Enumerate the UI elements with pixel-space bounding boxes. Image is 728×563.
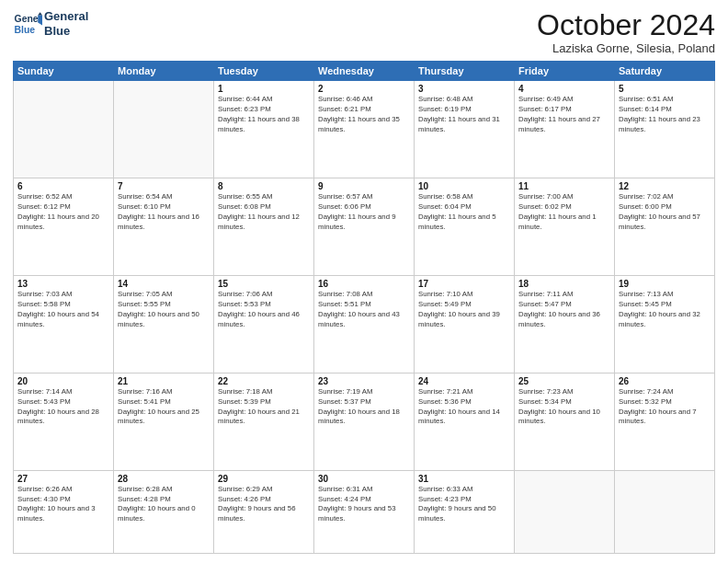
day-number: 30 — [318, 474, 410, 484]
day-info: Sunrise: 7:14 AM Sunset: 5:43 PM Dayligh… — [17, 387, 109, 428]
day-info: Sunrise: 7:10 AM Sunset: 5:49 PM Dayligh… — [418, 290, 510, 330]
col-friday: Friday — [515, 62, 615, 81]
calendar-cell — [515, 470, 615, 553]
day-number: 24 — [418, 376, 510, 386]
calendar-cell — [14, 81, 114, 178]
day-info: Sunrise: 7:02 AM Sunset: 6:00 PM Dayligh… — [619, 192, 711, 233]
title-block: October 2024 Laziska Gorne, Silesia, Pol… — [537, 9, 715, 55]
col-thursday: Thursday — [415, 62, 515, 81]
day-number: 13 — [17, 279, 109, 289]
calendar-cell: 6Sunrise: 6:52 AM Sunset: 6:12 PM Daylig… — [14, 178, 114, 276]
day-number: 3 — [418, 84, 510, 94]
day-info: Sunrise: 6:52 AM Sunset: 6:12 PM Dayligh… — [17, 192, 109, 233]
col-sunday: Sunday — [14, 62, 114, 81]
col-wednesday: Wednesday — [314, 62, 415, 81]
calendar-cell: 26Sunrise: 7:24 AM Sunset: 5:32 PM Dayli… — [615, 373, 715, 470]
day-number: 12 — [619, 181, 711, 191]
day-number: 19 — [619, 279, 711, 289]
day-info: Sunrise: 7:08 AM Sunset: 5:51 PM Dayligh… — [318, 290, 410, 330]
day-number: 15 — [218, 279, 310, 289]
svg-text:Blue: Blue — [15, 25, 36, 35]
col-saturday: Saturday — [615, 62, 715, 81]
day-info: Sunrise: 6:26 AM Sunset: 4:30 PM Dayligh… — [17, 485, 109, 525]
calendar-cell: 14Sunrise: 7:05 AM Sunset: 5:55 PM Dayli… — [114, 275, 214, 373]
calendar-cell: 25Sunrise: 7:23 AM Sunset: 5:34 PM Dayli… — [515, 373, 615, 470]
day-info: Sunrise: 6:28 AM Sunset: 4:28 PM Dayligh… — [118, 485, 210, 525]
month-title: October 2024 — [537, 9, 715, 41]
day-info: Sunrise: 7:19 AM Sunset: 5:37 PM Dayligh… — [318, 387, 410, 428]
calendar-week-3: 13Sunrise: 7:03 AM Sunset: 5:58 PM Dayli… — [14, 275, 715, 373]
day-info: Sunrise: 7:24 AM Sunset: 5:32 PM Dayligh… — [619, 387, 711, 428]
day-number: 27 — [17, 474, 109, 484]
day-info: Sunrise: 6:33 AM Sunset: 4:23 PM Dayligh… — [418, 485, 510, 525]
day-info: Sunrise: 7:00 AM Sunset: 6:02 PM Dayligh… — [518, 192, 610, 233]
day-number: 16 — [318, 279, 410, 289]
day-number: 14 — [118, 279, 210, 289]
col-tuesday: Tuesday — [214, 62, 314, 81]
day-info: Sunrise: 6:51 AM Sunset: 6:14 PM Dayligh… — [619, 95, 711, 135]
calendar-cell — [615, 470, 715, 553]
calendar-cell: 13Sunrise: 7:03 AM Sunset: 5:58 PM Dayli… — [14, 275, 114, 373]
day-number: 25 — [518, 376, 610, 386]
day-info: Sunrise: 6:46 AM Sunset: 6:21 PM Dayligh… — [318, 95, 410, 135]
calendar-cell: 19Sunrise: 7:13 AM Sunset: 5:45 PM Dayli… — [615, 275, 715, 373]
calendar-cell: 7Sunrise: 6:54 AM Sunset: 6:10 PM Daylig… — [114, 178, 214, 276]
calendar-header: Sunday Monday Tuesday Wednesday Thursday… — [14, 62, 715, 81]
day-info: Sunrise: 6:58 AM Sunset: 6:04 PM Dayligh… — [418, 192, 510, 233]
day-info: Sunrise: 7:05 AM Sunset: 5:55 PM Dayligh… — [118, 290, 210, 330]
day-number: 9 — [318, 181, 410, 191]
day-number: 17 — [418, 279, 510, 289]
calendar-cell: 9Sunrise: 6:57 AM Sunset: 6:06 PM Daylig… — [314, 178, 415, 276]
day-number: 6 — [17, 181, 109, 191]
logo-icon: General Blue — [13, 9, 42, 39]
calendar-cell: 31Sunrise: 6:33 AM Sunset: 4:23 PM Dayli… — [415, 470, 515, 553]
day-info: Sunrise: 7:21 AM Sunset: 5:36 PM Dayligh… — [418, 387, 510, 428]
day-info: Sunrise: 7:18 AM Sunset: 5:39 PM Dayligh… — [218, 387, 310, 428]
day-number: 23 — [318, 376, 410, 386]
calendar-cell: 15Sunrise: 7:06 AM Sunset: 5:53 PM Dayli… — [214, 275, 314, 373]
day-info: Sunrise: 6:55 AM Sunset: 6:08 PM Dayligh… — [218, 192, 310, 233]
calendar-cell: 21Sunrise: 7:16 AM Sunset: 5:41 PM Dayli… — [114, 373, 214, 470]
day-number: 22 — [218, 376, 310, 386]
day-info: Sunrise: 6:31 AM Sunset: 4:24 PM Dayligh… — [318, 485, 410, 525]
calendar-cell: 4Sunrise: 6:49 AM Sunset: 6:17 PM Daylig… — [515, 81, 615, 178]
calendar-week-4: 20Sunrise: 7:14 AM Sunset: 5:43 PM Dayli… — [14, 373, 715, 470]
calendar-cell — [114, 81, 214, 178]
day-info: Sunrise: 7:06 AM Sunset: 5:53 PM Dayligh… — [218, 290, 310, 330]
day-info: Sunrise: 6:54 AM Sunset: 6:10 PM Dayligh… — [118, 192, 210, 233]
header-row: Sunday Monday Tuesday Wednesday Thursday… — [14, 62, 715, 81]
day-number: 7 — [118, 181, 210, 191]
calendar-cell: 30Sunrise: 6:31 AM Sunset: 4:24 PM Dayli… — [314, 470, 415, 553]
calendar-cell: 12Sunrise: 7:02 AM Sunset: 6:00 PM Dayli… — [615, 178, 715, 276]
calendar-cell: 11Sunrise: 7:00 AM Sunset: 6:02 PM Dayli… — [515, 178, 615, 276]
day-number: 4 — [518, 84, 610, 94]
logo-text: General Blue — [44, 9, 88, 38]
day-number: 26 — [619, 376, 711, 386]
calendar-cell: 29Sunrise: 6:29 AM Sunset: 4:26 PM Dayli… — [214, 470, 314, 553]
day-number: 10 — [418, 181, 510, 191]
day-info: Sunrise: 6:29 AM Sunset: 4:26 PM Dayligh… — [218, 485, 310, 525]
calendar-cell: 5Sunrise: 6:51 AM Sunset: 6:14 PM Daylig… — [615, 81, 715, 178]
day-info: Sunrise: 7:13 AM Sunset: 5:45 PM Dayligh… — [619, 290, 711, 330]
calendar-cell: 22Sunrise: 7:18 AM Sunset: 5:39 PM Dayli… — [214, 373, 314, 470]
logo-line1: General — [44, 9, 88, 24]
day-info: Sunrise: 7:16 AM Sunset: 5:41 PM Dayligh… — [118, 387, 210, 428]
header: General Blue General Blue October 2024 L… — [13, 9, 715, 55]
calendar-cell: 16Sunrise: 7:08 AM Sunset: 5:51 PM Dayli… — [314, 275, 415, 373]
day-info: Sunrise: 6:57 AM Sunset: 6:06 PM Dayligh… — [318, 192, 410, 233]
day-number: 18 — [518, 279, 610, 289]
day-info: Sunrise: 7:03 AM Sunset: 5:58 PM Dayligh… — [17, 290, 109, 330]
calendar-week-5: 27Sunrise: 6:26 AM Sunset: 4:30 PM Dayli… — [14, 470, 715, 553]
logo-line2: Blue — [44, 24, 88, 39]
day-number: 1 — [218, 84, 310, 94]
calendar-cell: 28Sunrise: 6:28 AM Sunset: 4:28 PM Dayli… — [114, 470, 214, 553]
page: General Blue General Blue October 2024 L… — [0, 0, 728, 563]
day-info: Sunrise: 7:23 AM Sunset: 5:34 PM Dayligh… — [518, 387, 610, 428]
calendar-cell: 20Sunrise: 7:14 AM Sunset: 5:43 PM Dayli… — [14, 373, 114, 470]
calendar-cell: 24Sunrise: 7:21 AM Sunset: 5:36 PM Dayli… — [415, 373, 515, 470]
day-number: 8 — [218, 181, 310, 191]
calendar-cell: 8Sunrise: 6:55 AM Sunset: 6:08 PM Daylig… — [214, 178, 314, 276]
calendar-cell: 3Sunrise: 6:48 AM Sunset: 6:19 PM Daylig… — [415, 81, 515, 178]
day-number: 29 — [218, 474, 310, 484]
calendar-cell: 10Sunrise: 6:58 AM Sunset: 6:04 PM Dayli… — [415, 178, 515, 276]
